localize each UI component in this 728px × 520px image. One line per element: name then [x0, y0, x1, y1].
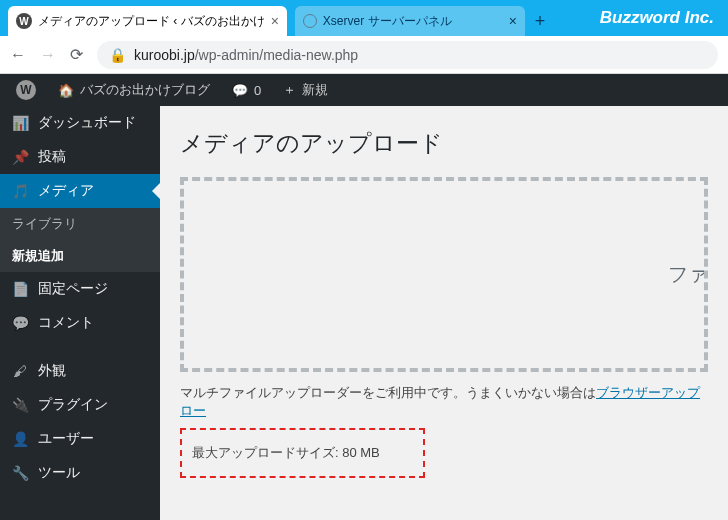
wp-admin-bar: W 🏠バズのお出かけブログ 💬0 ＋新規	[0, 74, 728, 106]
sidebar-item-plugins[interactable]: 🔌プラグイン	[0, 388, 160, 422]
forward-icon: →	[40, 46, 56, 64]
sidebar-item-media[interactable]: 🎵メディア	[0, 174, 160, 208]
uploader-note: マルチファイルアップローダーをご利用中です。うまくいかない場合はブラウザーアップ…	[180, 384, 708, 420]
brand-label: Buzzword Inc.	[600, 0, 728, 36]
comment-icon: 💬	[232, 83, 248, 98]
sidebar-item-label: 外観	[38, 362, 66, 380]
wordpress-favicon-icon: W	[16, 13, 32, 29]
browser-toolbar: ← → ⟳ 🔒 kuroobi.jp/wp-admin/media-new.ph…	[0, 36, 728, 74]
close-icon[interactable]: ×	[271, 13, 279, 29]
sidebar-subitem-add-new[interactable]: 新規追加	[0, 240, 160, 272]
sidebar-submenu-media: ライブラリ 新規追加	[0, 208, 160, 272]
wp-logo-menu[interactable]: W	[8, 74, 44, 106]
sidebar-item-label: コメント	[38, 314, 94, 332]
address-bar[interactable]: 🔒 kuroobi.jp/wp-admin/media-new.php	[97, 41, 718, 69]
max-upload-size-box: 最大アップロードサイズ: 80 MB	[180, 428, 425, 478]
note-text: マルチファイルアップローダーをご利用中です。うまくいかない場合は	[180, 385, 596, 400]
plugin-icon: 🔌	[10, 397, 30, 413]
browser-tab-inactive[interactable]: Xserver サーバーパネル ×	[295, 6, 525, 36]
sidebar-item-label: 投稿	[38, 148, 66, 166]
page-title: メディアのアップロード	[180, 128, 708, 159]
tab-label: メディアのアップロード ‹ バズのお出かけ	[38, 13, 265, 30]
dashboard-icon: 📊	[10, 115, 30, 131]
site-name-menu[interactable]: 🏠バズのお出かけブログ	[50, 74, 218, 106]
site-name: バズのお出かけブログ	[80, 81, 210, 99]
comment-icon: 💬	[10, 315, 30, 331]
new-tab-button[interactable]: +	[525, 6, 556, 36]
sidebar-item-comments[interactable]: 💬コメント	[0, 306, 160, 340]
browser-tab-active[interactable]: W メディアのアップロード ‹ バズのお出かけ ×	[8, 6, 287, 36]
new-content-menu[interactable]: ＋新規	[275, 74, 336, 106]
sidebar-item-posts[interactable]: 📌投稿	[0, 140, 160, 174]
admin-sidebar: 📊ダッシュボード 📌投稿 🎵メディア ライブラリ 新規追加 📄固定ページ 💬コメ…	[0, 106, 160, 520]
dropzone-text: ファ	[668, 261, 708, 288]
content-area: メディアのアップロード ファ マルチファイルアップローダーをご利用中です。うまく…	[160, 106, 728, 520]
brush-icon: 🖌	[10, 363, 30, 379]
home-icon: 🏠	[58, 83, 74, 98]
page-icon: 📄	[10, 281, 30, 297]
sidebar-item-users[interactable]: 👤ユーザー	[0, 422, 160, 456]
reload-icon[interactable]: ⟳	[70, 45, 83, 64]
pin-icon: 📌	[10, 149, 30, 165]
sidebar-subitem-library[interactable]: ライブラリ	[0, 208, 160, 240]
sidebar-item-appearance[interactable]: 🖌外観	[0, 354, 160, 388]
comments-menu[interactable]: 💬0	[224, 74, 269, 106]
new-label: 新規	[302, 81, 328, 99]
sidebar-item-label: ツール	[38, 464, 80, 482]
globe-icon	[303, 14, 317, 28]
wordpress-logo-icon: W	[16, 80, 36, 100]
sidebar-item-dashboard[interactable]: 📊ダッシュボード	[0, 106, 160, 140]
max-upload-text: 最大アップロードサイズ: 80 MB	[192, 445, 380, 460]
sidebar-item-label: ユーザー	[38, 430, 94, 448]
sidebar-item-label: 固定ページ	[38, 280, 108, 298]
comment-count: 0	[254, 83, 261, 98]
sidebar-item-pages[interactable]: 📄固定ページ	[0, 272, 160, 306]
browser-titlebar: W メディアのアップロード ‹ バズのお出かけ × Xserver サーバーパネ…	[0, 0, 728, 36]
sidebar-item-label: メディア	[38, 182, 94, 200]
sidebar-item-tools[interactable]: 🔧ツール	[0, 456, 160, 490]
lock-icon: 🔒	[109, 47, 126, 63]
back-icon[interactable]: ←	[10, 46, 26, 64]
media-icon: 🎵	[10, 183, 30, 199]
sidebar-item-label: プラグイン	[38, 396, 108, 414]
upload-dropzone[interactable]: ファ	[180, 177, 708, 372]
url-text: kuroobi.jp/wp-admin/media-new.php	[134, 47, 358, 63]
wrench-icon: 🔧	[10, 465, 30, 481]
tab-label: Xserver サーバーパネル	[323, 13, 452, 30]
user-icon: 👤	[10, 431, 30, 447]
plus-icon: ＋	[283, 81, 296, 99]
close-icon[interactable]: ×	[509, 13, 517, 29]
sidebar-item-label: ダッシュボード	[38, 114, 136, 132]
